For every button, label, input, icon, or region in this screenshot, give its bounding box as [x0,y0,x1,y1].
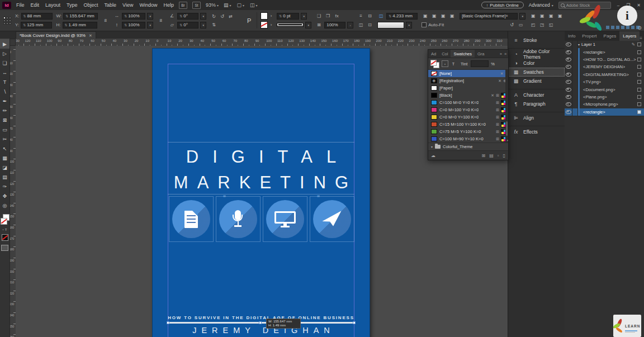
delete-swatch-icon[interactable]: ▯ [503,153,505,158]
visibility-toggle[interactable] [565,78,572,86]
chevron-down-icon[interactable]: ▾ [406,22,412,29]
note-tool[interactable]: ▤ [0,172,10,182]
reference-point-proxy[interactable] [3,17,11,25]
target-square[interactable] [637,95,641,99]
visibility-toggle[interactable] [565,48,572,55]
dock-item-character[interactable]: ACharacter [508,89,565,99]
chevron-down-icon[interactable]: ▾ [200,22,206,29]
document-icon-frame[interactable] [169,196,214,242]
target-square[interactable] [637,110,641,114]
workspace-dropdown[interactable]: Advanced ▾ [529,2,553,8]
dock-item-color[interactable]: ◑Color [508,59,565,68]
scale-x-field[interactable]: ⇅100% [122,13,145,20]
fill-proxy[interactable] [1,218,7,225]
stroke-swatch[interactable] [261,21,268,29]
swatch-row[interactable]: [Paper] [428,84,508,92]
rotate-cw-icon[interactable]: ↻ [210,13,217,20]
panel-menu-icon[interactable]: ≡ [504,52,506,56]
menu-layout[interactable]: Layout [45,2,60,8]
chevron-down-icon[interactable]: ▾ [305,22,311,29]
chevron-down-icon[interactable]: ▾ [519,13,525,20]
selection-handle[interactable] [353,321,356,324]
target-square[interactable] [637,50,641,54]
swatch-row[interactable]: C=100 M=90 Y=10 K=0⊞ [428,135,508,143]
menu-edit[interactable]: Edit [31,2,40,8]
dock-item-align[interactable]: ⊫Align [508,112,565,122]
swatches-tab-col[interactable]: Col [439,50,451,58]
dock-item-stroke[interactable]: ≡Stroke [508,36,565,45]
cover-subtitle[interactable]: HOW TO SURVIVE IN THE DIGITAL AGE OF ONL… [153,315,370,320]
microphone-icon-frame[interactable]: ∞ [216,196,261,242]
gap-field[interactable]: ⇅4.233 mm [386,13,418,20]
gap-tool[interactable]: ↔ [0,68,10,77]
cover-title-line2[interactable]: MARKETING [153,173,370,193]
fill-stroke-widget[interactable] [0,213,10,226]
swatch-folder-row[interactable]: ▾ Colorful_Theme [428,143,508,150]
page-tool[interactable]: ❏ [0,58,10,68]
panel-tab-pages[interactable]: Pages [600,31,620,41]
swatch-row[interactable]: C=100 M=0 Y=0 K=0⊞ [428,99,508,106]
menu-object[interactable]: Object [84,2,98,8]
layer-item-row[interactable]: <DIGITALMARKETING> [565,71,644,78]
expander-icon[interactable]: ▾ [431,145,433,149]
select-content-icon[interactable]: ◳ [538,21,546,29]
zoom-level-dropdown[interactable]: 93% ▾ [206,2,219,8]
rectangle-frame-tool[interactable]: ⊠ [0,115,10,125]
chevron-down-icon[interactable]: ▾ [301,13,307,20]
flyout-icon[interactable]: › [347,22,353,29]
close-button[interactable]: ✕ [637,3,641,8]
chevron-down-icon[interactable]: ▾ [200,13,206,20]
screen-mode-dropdown[interactable]: ▢▾ [237,2,245,8]
menu-help[interactable]: Help [163,2,174,8]
type-tool[interactable]: T [0,77,10,87]
target-square[interactable] [637,88,641,92]
layer-item-row[interactable]: <HOW TO... DIGITAL AG...> [565,56,644,63]
layer-item-row[interactable]: <TV.png> [565,78,644,86]
width-field[interactable]: ⇅155.647 mm [63,13,98,20]
chevron-down-icon[interactable]: ▾ [147,13,153,20]
swatch-row[interactable]: ⊕[Registration]✕⊕ [428,77,508,84]
layer-row-header[interactable]: ▾Layer 1✎ [565,41,644,48]
publish-online-button[interactable]: ↑ Publish Online [481,2,524,8]
direct-selection-tool[interactable]: ▷ [0,49,10,58]
visibility-toggle[interactable] [565,56,572,63]
menu-window[interactable]: Window [139,2,157,8]
target-square[interactable] [637,102,641,106]
frame-type-icon[interactable]: ▣ [538,12,546,20]
visibility-toggle[interactable] [565,93,572,101]
swatches-tab-swatches[interactable]: Swatches [451,50,475,58]
formatting-toggles[interactable]: ▫T [0,228,10,231]
hand-tool[interactable]: ✥ [0,191,10,201]
corner-options-icon[interactable]: ❑ [315,12,323,20]
visibility-toggle[interactable] [565,86,572,93]
visibility-toggle[interactable] [565,101,572,108]
swatch-row[interactable]: [None]✕▫ [428,70,508,77]
visibility-toggle[interactable] [565,108,572,116]
select-previous-icon[interactable]: ◱ [547,21,555,29]
layer-item-row[interactable]: <Document.png> [565,86,644,93]
dock-item-adobe-color-themes[interactable]: ◔Adobe Color Themes [508,48,565,59]
dock-item-effects[interactable]: fxEffects [508,126,565,136]
new-swatch-folder-icon[interactable]: ▤ [489,153,494,158]
rectangle-tool[interactable]: ▭ [0,125,10,134]
opacity-field[interactable]: 100% [324,22,345,29]
y-position-field[interactable]: ⇅125 mm [21,22,52,29]
frame-options-icon[interactable]: ❒ [324,12,332,20]
visibility-toggle[interactable] [565,63,572,70]
selection-handle[interactable] [167,321,169,324]
flyout-icon[interactable]: › [269,12,273,20]
layer-item-row[interactable]: <rectangle> [565,48,644,55]
apply-none-button[interactable] [2,234,8,241]
target-square[interactable] [637,73,641,77]
target-square[interactable] [637,80,641,84]
arrange-documents-dropdown[interactable]: ◫▾ [250,2,258,8]
monitor-icon-frame[interactable] [263,196,307,242]
stroke-weight-field[interactable]: ⇅0 pt [277,13,299,20]
align-middle-icon[interactable]: ⊟ [366,12,373,20]
panel-tab-layers[interactable]: Layers [619,31,640,41]
chevron-down-icon[interactable]: ▾ [147,22,153,29]
stroke-style-dropdown[interactable] [277,23,304,27]
zoom-tool[interactable]: ◎ [0,201,10,210]
fit-frame-to-content-icon[interactable]: ▣ [439,12,447,20]
cc-libraries-icon[interactable]: ☁ [431,153,435,158]
